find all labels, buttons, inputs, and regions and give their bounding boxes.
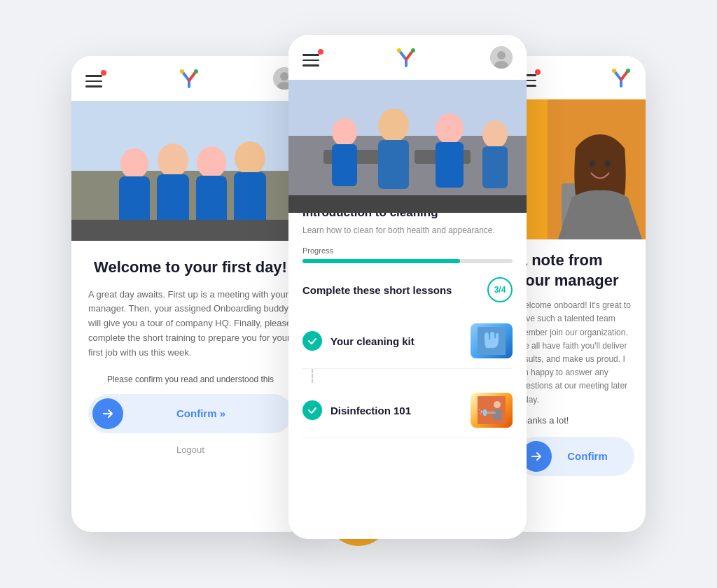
svg-point-42 <box>480 413 481 414</box>
right-notification-dot <box>535 69 541 75</box>
thanks-text: Thanks a lot! <box>517 415 634 426</box>
svg-point-36 <box>494 401 501 408</box>
welcome-description: A great day awaits. First up is a meetin… <box>88 288 293 360</box>
svg-rect-39 <box>483 410 487 416</box>
svg-point-27 <box>378 108 409 142</box>
logout-button[interactable]: Logout <box>88 444 293 455</box>
svg-point-1 <box>194 69 198 74</box>
left-phone-header <box>71 56 309 101</box>
left-hero-image <box>71 101 309 241</box>
svg-point-31 <box>482 120 508 148</box>
phone-center: Introduction to cleaning Learn how to cl… <box>288 35 527 539</box>
manager-note-title: A note from your manager <box>517 251 634 290</box>
lesson-check-icon-2 <box>302 400 322 420</box>
lesson-item-cleaning-kit[interactable]: Your cleaning kit <box>302 314 513 369</box>
svg-rect-28 <box>378 140 409 189</box>
dashed-connector <box>312 369 313 383</box>
lesson-thumb-disinfect <box>471 393 513 428</box>
left-phone-body: Welcome to your first day! A great day a… <box>71 241 309 469</box>
confirm-arrow-button[interactable] <box>92 398 123 429</box>
svg-point-44 <box>626 69 630 73</box>
lesson-check-icon <box>302 331 322 351</box>
lesson-card-title: Introduction to cleaning <box>302 213 513 220</box>
svg-point-0 <box>180 69 184 74</box>
svg-rect-37 <box>493 409 501 420</box>
svg-point-50 <box>605 160 611 167</box>
lesson-item-title-2: Disinfection 101 <box>330 405 462 416</box>
right-confirm-label[interactable]: Confirm <box>552 450 623 462</box>
notification-dot <box>101 70 106 76</box>
right-confirm-button-row[interactable]: Confirm <box>517 437 634 476</box>
lesson-item-disinfection[interactable]: Disinfection 101 <box>302 383 513 438</box>
manager-note-description: Welcome onboard! It's great to have such… <box>517 299 634 407</box>
svg-rect-30 <box>436 142 464 188</box>
right-phone-body: A note from your manager Welcome onboard… <box>506 239 646 487</box>
svg-point-29 <box>436 113 464 144</box>
svg-point-19 <box>497 51 506 59</box>
svg-point-13 <box>235 141 265 175</box>
lesson-item-title: Your cleaning kit <box>330 335 462 347</box>
right-hero-image <box>506 99 646 239</box>
svg-rect-32 <box>482 146 508 188</box>
svg-rect-26 <box>332 144 357 186</box>
progress-bar-fill <box>302 259 460 263</box>
lesson-card: Introduction to cleaning Learn how to cl… <box>288 213 527 438</box>
brand-logo <box>179 68 200 89</box>
svg-point-41 <box>479 409 480 410</box>
welcome-title: Welcome to your first day! <box>88 258 293 278</box>
center-phone-header <box>288 35 527 80</box>
center-brand-logo <box>396 47 417 68</box>
center-body: Introduction to cleaning Learn how to cl… <box>288 213 527 539</box>
svg-rect-33 <box>288 195 527 213</box>
phone-right: A note from your manager Welcome onboard… <box>506 56 646 532</box>
svg-point-49 <box>590 160 595 167</box>
phone-left: Welcome to your first day! A great day a… <box>71 56 309 532</box>
svg-point-11 <box>197 146 226 178</box>
svg-point-3 <box>280 72 288 80</box>
svg-point-17 <box>411 48 415 52</box>
svg-rect-35 <box>478 396 506 424</box>
hamburger-menu-icon[interactable] <box>85 71 105 85</box>
lesson-card-subtitle: Learn how to clean for both health and a… <box>302 224 513 237</box>
svg-point-25 <box>332 118 357 146</box>
svg-point-7 <box>120 148 148 179</box>
center-hamburger-icon[interactable] <box>302 50 322 64</box>
lesson-thumb-gloves <box>471 323 513 358</box>
center-hero-image <box>288 80 527 213</box>
progress-label: Progress <box>302 246 513 255</box>
lessons-badge: 3/4 <box>487 277 513 302</box>
svg-point-43 <box>612 69 616 73</box>
right-phone-header <box>506 56 646 99</box>
svg-point-16 <box>397 48 401 52</box>
lessons-section-title: Complete these short lessons <box>302 284 452 296</box>
svg-rect-15 <box>71 220 309 241</box>
confirm-label[interactable]: Confirm » <box>123 407 279 419</box>
center-notification-dot <box>318 49 323 55</box>
svg-point-40 <box>481 411 483 413</box>
center-user-avatar[interactable] <box>490 46 513 69</box>
confirm-prompt-text: Please confirm you read and understood t… <box>88 374 293 384</box>
right-brand-logo <box>611 67 632 88</box>
confirm-button-row[interactable]: Confirm » <box>88 394 293 433</box>
svg-point-9 <box>158 144 188 177</box>
phones-container: Welcome to your first day! A great day a… <box>0 0 717 588</box>
progress-bar-track <box>302 259 513 263</box>
lessons-section-header: Complete these short lessons 3/4 <box>302 277 513 302</box>
